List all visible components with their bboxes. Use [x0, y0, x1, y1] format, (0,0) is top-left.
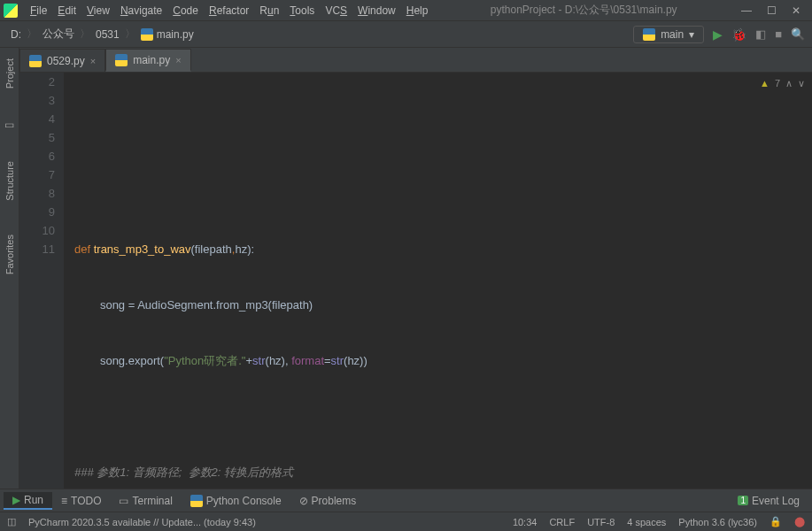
chevron-down-icon: ▾	[689, 28, 694, 41]
menu-run[interactable]: Run	[254, 3, 284, 19]
menu-edit[interactable]: Edit	[52, 3, 81, 19]
code-editor[interactable]: 2 3 4 5 6 7 8 9 10 11 ▲ 7 ∧ ∨	[19, 73, 812, 489]
warning-count: 7	[775, 74, 780, 93]
editor-tab-0529[interactable]: 0529.py ×	[19, 49, 105, 72]
left-tool-gutter: Project ▭ Structure Favorites	[0, 48, 19, 489]
breadcrumb: D: 〉 公众号 〉 0531 〉 main.py	[7, 25, 633, 43]
python-file-icon	[643, 28, 655, 41]
bottom-tab-todo[interactable]: ≡TODO	[52, 493, 110, 509]
titlebar: File Edit View Navigate Code Refactor Ru…	[0, 0, 812, 21]
bottom-tab-terminal[interactable]: ▭Terminal	[110, 493, 181, 509]
bottom-tab-label: Event Log	[752, 495, 800, 507]
python-file-icon	[29, 55, 42, 67]
breadcrumb-root[interactable]: D:	[7, 27, 25, 42]
run-config-selector[interactable]: main ▾	[633, 26, 704, 43]
editor-tabs: 0529.py × main.py ×	[19, 48, 812, 73]
breadcrumb-part-2[interactable]: main.py	[137, 27, 197, 42]
lock-icon[interactable]: 🔒	[769, 516, 782, 527]
bottom-tab-label: Run	[24, 494, 43, 506]
bottom-tab-label: Terminal	[132, 495, 172, 507]
bottom-tab-eventlog[interactable]: 1Event Log	[729, 493, 808, 509]
terminal-icon: ▭	[119, 495, 128, 507]
prev-highlight-icon[interactable]: ∧	[785, 74, 793, 93]
run-config-label: main	[661, 28, 684, 41]
tool-favorites[interactable]: Favorites	[4, 231, 15, 278]
close-tab-icon[interactable]: ×	[90, 56, 96, 66]
tab-label: main.py	[133, 54, 170, 66]
warning-icon: ▲	[760, 74, 769, 93]
run-icon: ▶	[12, 494, 20, 506]
status-encoding[interactable]: UTF-8	[587, 517, 615, 527]
event-count-badge: 1	[738, 496, 748, 505]
bottom-tab-problems[interactable]: ⊘Problems	[290, 493, 366, 509]
stop-icon[interactable]: ■	[775, 27, 782, 41]
bottom-toolbar: ▶Run ≡TODO ▭Terminal Python Console ⊘Pro…	[0, 489, 812, 512]
menu-tools[interactable]: Tools	[284, 3, 320, 19]
bottom-tab-label: TODO	[71, 495, 101, 507]
status-interpreter[interactable]: Python 3.6 (lyc36)	[678, 517, 757, 527]
bottom-tab-pyconsole[interactable]: Python Console	[182, 493, 290, 509]
search-icon[interactable]: 🔍	[791, 27, 805, 41]
close-icon[interactable]: ✕	[791, 5, 801, 16]
debug-button-icon[interactable]: 🐞	[731, 27, 746, 42]
next-highlight-icon[interactable]: ∨	[798, 74, 805, 93]
editor-tab-main[interactable]: main.py ×	[105, 49, 190, 72]
tool-window-icon[interactable]: ◫	[7, 516, 16, 527]
inspection-indicators[interactable]: ▲ 7 ∧ ∨	[760, 74, 805, 93]
bottom-tab-label: Python Console	[206, 495, 282, 507]
python-file-icon	[141, 28, 153, 41]
run-button-icon[interactable]: ▶	[713, 27, 723, 42]
breadcrumb-file-label: main.py	[157, 28, 194, 41]
menu-navigate[interactable]: Navigate	[115, 3, 167, 19]
ide-error-icon[interactable]: ⬤	[794, 516, 805, 527]
menu-file[interactable]: File	[25, 3, 52, 19]
window-title: pythonProject - D:\公众号\0531\main.py	[433, 3, 734, 18]
navbar: D: 〉 公众号 〉 0531 〉 main.py main ▾ ▶ 🐞 ◧ ■…	[0, 21, 812, 48]
bottom-tab-label: Problems	[312, 495, 357, 507]
python-icon	[190, 495, 203, 507]
todo-icon: ≡	[61, 495, 67, 507]
line-gutter: 2 3 4 5 6 7 8 9 10 11	[19, 73, 64, 489]
menu-help[interactable]: Help	[401, 3, 434, 19]
problems-icon: ⊘	[299, 495, 308, 507]
breadcrumb-part-0[interactable]: 公众号	[39, 25, 78, 43]
menu-vcs[interactable]: VCS	[320, 3, 352, 19]
tool-project[interactable]: Project	[4, 55, 15, 92]
breadcrumb-part-1[interactable]: 0531	[92, 27, 123, 42]
menu-view[interactable]: View	[81, 3, 115, 19]
status-indent[interactable]: 4 spaces	[627, 517, 666, 527]
menu-window[interactable]: Window	[352, 3, 401, 19]
close-tab-icon[interactable]: ×	[175, 55, 181, 65]
menu-code[interactable]: Code	[167, 3, 204, 19]
bottom-tab-run[interactable]: ▶Run	[4, 492, 52, 510]
maximize-icon[interactable]: ☐	[766, 5, 777, 16]
status-line-sep[interactable]: CRLF	[549, 517, 575, 527]
project-icon[interactable]: ▭	[4, 119, 14, 131]
status-message[interactable]: PyCharm 2020.3.5 available // Update... …	[28, 517, 256, 527]
status-time: 10:34	[513, 517, 537, 527]
menu-refactor[interactable]: Refactor	[204, 3, 254, 19]
statusbar: ◫ PyCharm 2020.3.5 available // Update..…	[0, 512, 812, 531]
tab-label: 0529.py	[47, 55, 85, 67]
app-logo-icon	[4, 4, 18, 18]
minimize-icon[interactable]: —	[741, 5, 752, 16]
tool-structure[interactable]: Structure	[4, 158, 15, 204]
code-content[interactable]: ▲ 7 ∧ ∨ def trans_mp3_to_wav(filepath,hz…	[64, 73, 812, 489]
python-file-icon	[115, 54, 128, 66]
coverage-icon[interactable]: ◧	[755, 27, 766, 41]
